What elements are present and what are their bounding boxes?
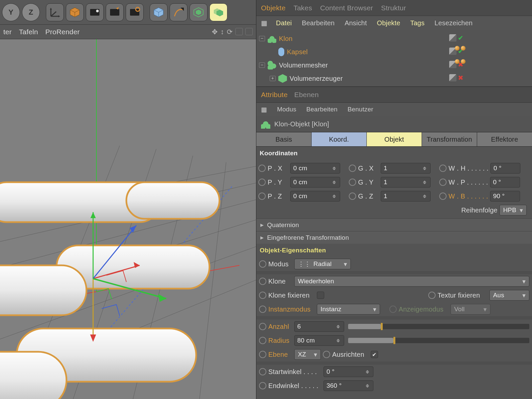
- input-endwinkel[interactable]: 360 °: [324, 380, 373, 391]
- secbar-item-0[interactable]: ter: [3, 28, 12, 36]
- subtab-basis[interactable]: Basis: [256, 132, 312, 146]
- label-modus: Modus: [268, 260, 292, 268]
- attribute-menu: ▦ Modus Bearbeiten Benutzer: [256, 103, 532, 116]
- rotate-icon[interactable]: ⟳: [227, 28, 233, 36]
- anim-dot[interactable]: [259, 351, 266, 358]
- om-menu-ansicht[interactable]: Ansicht: [344, 19, 367, 27]
- subtab-transformation[interactable]: Transformation: [422, 132, 477, 146]
- anim-dot[interactable]: [259, 292, 266, 299]
- anim-dot[interactable]: [259, 368, 266, 375]
- anim-dot[interactable]: [258, 165, 266, 172]
- tab-takes[interactable]: Takes: [294, 4, 312, 12]
- dropdown-instanzmodus[interactable]: Instanz: [317, 304, 380, 315]
- subtab-koord[interactable]: Koord.: [312, 132, 367, 146]
- subtab-effektoren[interactable]: Effektore: [477, 132, 532, 146]
- tab-ebenen[interactable]: Ebenen: [294, 91, 319, 99]
- collapse-frozen-transform[interactable]: Eingefrorene Transformation: [256, 231, 532, 244]
- grid-icon[interactable]: ▦: [261, 106, 267, 113]
- dropdown-modus[interactable]: ⋮⋮Radial: [294, 259, 351, 269]
- subtab-objekt[interactable]: Objekt: [367, 132, 422, 146]
- axis-z-button[interactable]: Z: [22, 3, 40, 21]
- render-settings-button[interactable]: [126, 3, 144, 21]
- input-gx[interactable]: 1: [381, 163, 431, 174]
- render-region-button[interactable]: [106, 3, 124, 21]
- primitive-cube-button[interactable]: [150, 3, 168, 21]
- grid-icon[interactable]: ▦: [261, 19, 266, 27]
- slider-anzahl[interactable]: [348, 324, 529, 329]
- dropdown-ebene[interactable]: XZ: [294, 349, 321, 360]
- expand-icon[interactable]: +: [270, 76, 276, 81]
- object-tree[interactable]: − Klon Kapsel − Volumenmesher + Volumene…: [256, 30, 532, 86]
- render-button[interactable]: [86, 3, 104, 21]
- spline-pen-button[interactable]: [170, 3, 188, 21]
- mograph-button[interactable]: [209, 3, 227, 21]
- anim-dot[interactable]: [259, 278, 266, 285]
- label-ebene: Ebene: [268, 351, 292, 358]
- input-startwinkel[interactable]: 0 °: [324, 366, 373, 377]
- anim-dot[interactable]: [259, 306, 266, 313]
- axis-y-button[interactable]: Y: [2, 3, 20, 21]
- input-radius[interactable]: 80 cm: [294, 335, 344, 346]
- layout-icon[interactable]: [235, 28, 243, 35]
- input-gy[interactable]: 1: [381, 177, 431, 188]
- checkbox-klone-fixieren[interactable]: [317, 292, 324, 299]
- expand-icon[interactable]: −: [259, 63, 265, 68]
- anim-dot[interactable]: [439, 165, 447, 172]
- secbar-item-2[interactable]: ProRender: [45, 28, 79, 36]
- svg-marker-11: [196, 10, 201, 15]
- input-py[interactable]: 0 cm: [290, 177, 340, 188]
- om-menu-datei[interactable]: Datei: [276, 19, 292, 27]
- anim-dot[interactable]: [349, 193, 356, 200]
- input-anzahl[interactable]: 6: [294, 321, 344, 332]
- attr-menu-modus[interactable]: Modus: [277, 106, 296, 113]
- input-px[interactable]: 0 cm: [290, 163, 340, 174]
- attr-menu-benutzer[interactable]: Benutzer: [347, 106, 373, 113]
- anim-dot[interactable]: [349, 165, 356, 172]
- input-wp[interactable]: 0 °: [490, 177, 520, 188]
- collapse-quaternion[interactable]: Quaternion: [256, 218, 532, 231]
- tab-objekte[interactable]: Objekte: [261, 4, 286, 12]
- secbar-item-1[interactable]: Tafeln: [19, 28, 38, 36]
- input-wb[interactable]: 90 °: [490, 191, 520, 201]
- tab-struktur[interactable]: Struktur: [381, 4, 406, 12]
- anim-dot[interactable]: [259, 382, 266, 389]
- generator-button[interactable]: [190, 3, 207, 21]
- om-menu-bearbeiten[interactable]: Bearbeiten: [302, 19, 335, 27]
- anim-dot[interactable]: [259, 260, 266, 268]
- om-menu-objekte[interactable]: Objekte: [377, 19, 400, 27]
- maximize-icon[interactable]: [245, 28, 253, 35]
- anim-dot[interactable]: [439, 193, 447, 200]
- anim-dot[interactable]: [439, 179, 447, 186]
- anim-dot[interactable]: [349, 179, 356, 186]
- tree-row-klon[interactable]: − Klon: [259, 32, 532, 45]
- updown-icon[interactable]: ↕: [220, 28, 224, 36]
- tree-row-volumenmesher[interactable]: − Volumenmesher: [259, 59, 532, 72]
- expand-icon[interactable]: −: [259, 36, 265, 41]
- tab-attribute[interactable]: Attribute: [261, 91, 288, 99]
- anim-dot[interactable]: [323, 351, 330, 358]
- checkbox-ausrichten[interactable]: ✔: [371, 351, 378, 358]
- anim-dot[interactable]: [259, 323, 266, 330]
- cube-primitive-button[interactable]: [66, 3, 84, 21]
- tab-content-browser[interactable]: Content Browser: [320, 4, 373, 12]
- coord-system-button[interactable]: [46, 3, 64, 21]
- attr-menu-bearbeiten[interactable]: Bearbeiten: [306, 106, 337, 113]
- om-menu-lesezeichen[interactable]: Lesezeichen: [435, 19, 473, 27]
- input-pz[interactable]: 0 cm: [290, 191, 340, 201]
- anim-dot[interactable]: [258, 179, 266, 186]
- slider-radius[interactable]: [348, 338, 529, 343]
- anim-dot[interactable]: [258, 193, 266, 200]
- anim-dot[interactable]: [428, 292, 436, 299]
- 3d-viewport[interactable]: [0, 39, 256, 399]
- svg-rect-28: [126, 182, 219, 219]
- dropdown-textur-fixieren[interactable]: Aus: [489, 290, 529, 301]
- move-icon[interactable]: ✥: [212, 28, 218, 36]
- input-wh[interactable]: 0 °: [490, 163, 520, 174]
- input-gz[interactable]: 1: [381, 191, 431, 201]
- anim-dot[interactable]: [259, 337, 266, 344]
- om-menu-tags[interactable]: Tags: [410, 19, 425, 27]
- tree-row-kapsel[interactable]: Kapsel: [259, 45, 532, 59]
- tree-row-volumenerzeuger[interactable]: + Volumenerzeuger: [259, 72, 532, 85]
- dropdown-klone[interactable]: Wiederholen: [294, 276, 529, 287]
- dropdown-reihenfolge[interactable]: HPB: [499, 205, 527, 215]
